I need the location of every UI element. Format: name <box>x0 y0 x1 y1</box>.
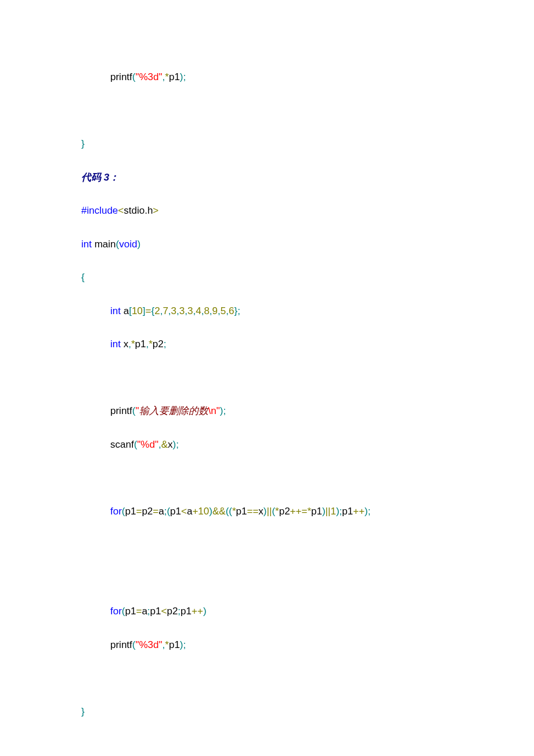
code-token: p2 <box>167 606 178 617</box>
code-line <box>81 671 453 686</box>
code-token: 9 <box>212 305 218 316</box>
code-token: * <box>232 506 236 517</box>
code-token: ); <box>173 439 179 450</box>
code-token: "%d" <box>137 439 158 450</box>
code-line: int a[10]={2,7,3,3,3,4,8,9,5,6}; <box>81 304 453 319</box>
code-token: = <box>136 606 142 617</box>
code-token: printf <box>110 405 132 416</box>
code-token: x <box>168 439 173 450</box>
code-line: { <box>81 270 453 285</box>
code-token: 7 <box>163 305 168 316</box>
code-line <box>81 470 453 485</box>
code-token: ) <box>203 606 207 617</box>
code-token: < <box>181 506 187 517</box>
code-token: for <box>110 506 122 517</box>
code-token: > <box>153 205 158 216</box>
code-token: 10 <box>132 305 143 316</box>
code-token: ); <box>336 506 342 517</box>
code-token: ||1 <box>326 506 336 517</box>
code-token: x <box>121 339 128 350</box>
code-line <box>81 571 453 586</box>
code-token: 5 <box>221 305 226 316</box>
code-token: p1 <box>236 506 247 517</box>
code-token: ) <box>137 239 140 250</box>
code-token: * <box>275 506 279 517</box>
code-token: p2 <box>142 506 153 517</box>
code-token: #include <box>81 205 118 216</box>
code-token: ); <box>180 639 186 650</box>
code-token: p2 <box>279 506 290 517</box>
code-line <box>81 103 453 118</box>
code-token: int <box>81 239 92 250</box>
code-line <box>81 370 453 386</box>
code-token: ;( <box>164 506 170 517</box>
code-token: = <box>136 506 142 517</box>
code-line: printf("%3d",*p1); <box>81 70 453 85</box>
code-token: a <box>187 506 192 517</box>
code-token: 输入要删除的数 <box>139 405 208 416</box>
code-line: for(p1=p2=a;(p1<a+10)&&((*p1==x)||(*p2++… <box>81 504 453 519</box>
code-line <box>81 537 453 552</box>
code-token: & <box>161 439 168 450</box>
code-token: p2 <box>153 339 164 350</box>
code-token: \n" <box>208 405 220 416</box>
code-token: < <box>118 205 124 216</box>
code-line: for(p1=a;p1<p2;p1++) <box>81 604 453 619</box>
code-token: p1 <box>169 71 180 82</box>
code-token: && <box>212 506 226 517</box>
code-token: ++ <box>192 606 203 617</box>
code-token: p1 <box>125 606 136 617</box>
code-token: = <box>153 506 158 517</box>
code-token: * <box>149 339 153 350</box>
code-line: #include<stdio.h> <box>81 203 453 218</box>
code-token: +10 <box>192 506 209 517</box>
code-token: "%3d" <box>135 639 162 650</box>
code-token: p1 <box>125 506 136 517</box>
code-token: scanf <box>110 439 134 450</box>
code-token: = <box>146 305 151 316</box>
code-token: ; <box>164 339 167 350</box>
code-token: 3 <box>171 305 176 316</box>
code-token: }; <box>234 305 240 316</box>
code-line: int x,*p1,*p2; <box>81 337 453 352</box>
code-token: printf <box>110 71 132 82</box>
code-token: == <box>247 506 259 517</box>
code-token: 2 <box>154 305 160 316</box>
code-token: ); <box>180 71 186 82</box>
code-token: int <box>110 305 121 316</box>
code-token: ++ <box>353 506 365 517</box>
code-document: printf("%3d",*p1); }代码 3：#include<stdio.… <box>0 0 534 756</box>
code-token: 代码 3： <box>81 172 119 183</box>
code-token: for <box>110 606 122 617</box>
code-token: p1 <box>169 639 180 650</box>
code-token: * <box>165 639 169 650</box>
code-line: scanf("%d",&x); <box>81 437 453 452</box>
code-token: } <box>81 706 85 717</box>
code-token: x <box>258 506 264 517</box>
code-token: void <box>119 239 137 250</box>
code-line: int main(void) <box>81 237 453 252</box>
code-token: p1 <box>135 339 146 350</box>
code-token: 8 <box>204 305 209 316</box>
code-token: a <box>142 606 147 617</box>
code-line: printf("输入要删除的数\n"); <box>81 404 453 419</box>
code-token: (( <box>226 506 232 517</box>
code-token: p1 <box>150 606 161 617</box>
code-token: stdio.h <box>124 205 153 216</box>
code-token: int <box>110 339 121 350</box>
code-token: "%3d" <box>135 71 162 82</box>
code-token: * <box>131 339 135 350</box>
code-token: 4 <box>196 305 201 316</box>
code-line: } <box>81 704 453 719</box>
code-token: 3 <box>179 305 185 316</box>
code-token: ++=* <box>290 506 311 517</box>
code-token: < <box>161 606 167 617</box>
code-token: p1 <box>342 506 353 517</box>
code-line: 代码 3： <box>81 170 453 185</box>
code-token: a <box>121 305 129 316</box>
code-token: p1 <box>181 606 192 617</box>
code-line: printf("%3d",*p1); <box>81 638 453 653</box>
code-token: } <box>81 138 85 149</box>
code-token: { <box>81 272 85 283</box>
code-line: } <box>81 136 453 152</box>
